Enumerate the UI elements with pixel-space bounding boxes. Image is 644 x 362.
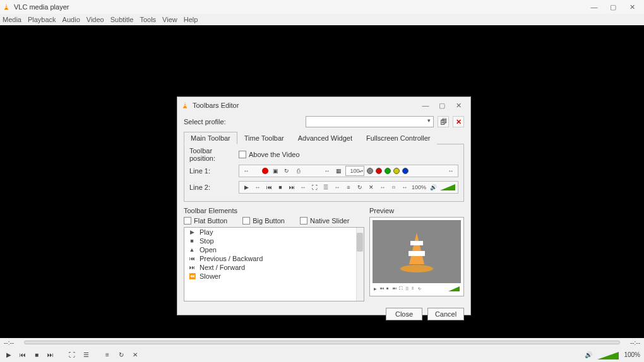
select-profile-label: Select profile: (184, 118, 226, 126)
menu-view[interactable]: View (162, 16, 177, 23)
tab-fullscreen-controller[interactable]: Fullscreen Controller (359, 132, 437, 144)
native-slider-checkbox[interactable] (300, 217, 307, 225)
color-red-icon[interactable] (376, 168, 382, 174)
shuffle-button[interactable]: ✕ (130, 349, 140, 359)
delete-profile-button[interactable]: ✕ (453, 116, 464, 127)
elements-list[interactable]: ▶Play ■Stop ▲Open ⏮Previous / Backward ⏭… (184, 227, 364, 301)
frame-step-icon[interactable]: ⎙ (294, 166, 302, 175)
window-title: VLC media player (14, 3, 69, 11)
loop-button[interactable]: ↻ (116, 349, 126, 359)
playlist-icon[interactable]: ≡ (344, 183, 353, 192)
close-button[interactable]: Close (386, 308, 422, 320)
flat-button-checkbox[interactable] (184, 217, 191, 225)
volume-slider[interactable] (392, 186, 395, 189)
vlc-cone-icon (398, 230, 436, 274)
new-profile-button[interactable]: 🗐 (438, 116, 449, 127)
close-window-button[interactable]: ✕ (623, 3, 641, 11)
spacer-icon[interactable]: ↔ (253, 183, 262, 192)
stop-icon[interactable]: ■ (276, 183, 285, 192)
color-gray-icon[interactable] (367, 168, 373, 174)
speed-spinner[interactable]: 100 (345, 166, 364, 176)
time-total: --:-- (623, 339, 640, 346)
speaker-icon[interactable]: 🔊 (583, 349, 593, 359)
next-icon[interactable]: ⏭ (287, 183, 296, 192)
menu-playback[interactable]: Playback (28, 16, 56, 23)
next-button[interactable]: ⏭ (45, 349, 56, 359)
dialog-minimize-button[interactable]: — (417, 102, 434, 109)
big-button-checkbox[interactable] (242, 217, 250, 225)
menu-video[interactable]: Video (86, 16, 104, 23)
menubar: Media Playback Audio Video Subtitle Tool… (0, 14, 644, 25)
spacer-icon[interactable]: ↔ (333, 183, 342, 192)
extended-settings-button[interactable]: ☰ (81, 349, 91, 359)
snapshot-icon[interactable]: ▣ (271, 166, 280, 175)
svg-rect-2 (5, 7, 8, 8)
spacer-icon[interactable]: ↔ (323, 166, 331, 175)
atob-loop-icon[interactable]: ↻ (282, 166, 291, 175)
window-titlebar: VLC media player — ▢ ✕ (0, 0, 644, 14)
line2-label: Line 2: (189, 184, 235, 191)
playlist-icon: ≡ (412, 286, 417, 291)
play-icon: ▶ (374, 286, 379, 291)
playlist-button[interactable]: ≡ (102, 349, 112, 359)
preview-controls: ▶ ⏮ ■ ⏭ ⛶ ☰ ≡ ↻ (373, 283, 461, 293)
spacer-icon[interactable]: ↔ (446, 166, 455, 175)
minimize-button[interactable]: — (585, 3, 604, 11)
previous-icon[interactable]: ⏮ (265, 183, 273, 192)
list-scrollbar[interactable] (356, 228, 364, 301)
stop-button[interactable]: ■ (32, 349, 42, 359)
grid-icon[interactable]: ▦ (334, 166, 343, 175)
color-green-icon[interactable] (385, 168, 391, 174)
svg-marker-10 (448, 286, 460, 291)
fullscreen-button[interactable]: ⛶ (67, 349, 77, 359)
preview-box: ▶ ⏮ ■ ⏭ ⛶ ☰ ≡ ↻ (369, 217, 464, 296)
menu-audio[interactable]: Audio (63, 16, 80, 23)
svg-rect-4 (184, 104, 186, 105)
color-yellow-icon[interactable] (393, 168, 400, 174)
toolbar-tabs: Main Toolbar Time Toolbar Advanced Widge… (184, 131, 464, 144)
loop-icon[interactable]: ↻ (355, 183, 364, 192)
list-item: ■Stop (184, 236, 364, 245)
menu-tools[interactable]: Tools (140, 16, 156, 23)
tab-main-toolbar[interactable]: Main Toolbar (184, 132, 237, 144)
color-blue-icon[interactable] (402, 168, 408, 174)
seek-slider[interactable] (24, 341, 620, 344)
volume-triangle-icon (440, 184, 455, 190)
cancel-button[interactable]: Cancel (427, 308, 464, 320)
spacer-icon[interactable]: ↔ (378, 183, 387, 192)
volume-triangle[interactable] (597, 351, 619, 358)
equalizer-icon[interactable]: ☰ (321, 183, 330, 192)
profile-combobox[interactable] (306, 116, 434, 127)
dialog-close-button[interactable]: ✕ (450, 102, 467, 110)
spacer-icon[interactable]: ↔ (400, 183, 409, 192)
seekbar-row: --:-- --:-- (0, 338, 644, 347)
dialog-maximize-button[interactable]: ▢ (434, 102, 450, 110)
menu-media[interactable]: Media (3, 16, 21, 23)
play-button[interactable]: ▶ (4, 349, 14, 359)
spacer-icon[interactable]: ↔ (242, 166, 251, 175)
menu-help[interactable]: Help (184, 16, 198, 23)
tab-time-toolbar[interactable]: Time Toolbar (237, 132, 291, 144)
next-icon: ⏭ (188, 264, 196, 271)
line1-label: Line 1: (189, 167, 235, 175)
maximize-button[interactable]: ▢ (604, 3, 623, 11)
record-icon[interactable] (262, 168, 268, 174)
svg-rect-0 (4, 9, 8, 10)
speaker-icon[interactable]: 🔊 (429, 183, 438, 192)
fullscreen-icon[interactable]: ⛶ (310, 183, 319, 192)
slower-icon: ⏪ (188, 273, 196, 279)
list-item: ⏪Slower (184, 272, 364, 281)
list-item: ▲Open (184, 245, 364, 254)
tab-advanced-widget[interactable]: Advanced Widget (291, 132, 359, 144)
open-icon: ▲ (188, 247, 196, 253)
menu-subtitle[interactable]: Subtitle (110, 16, 134, 23)
line2-editor[interactable]: ▶ ↔ ⏮ ■ ⏭ ↔ ⛶ ☰ ↔ ≡ ↻ ✕ ↔ ↔ (239, 181, 458, 194)
above-video-checkbox[interactable] (239, 151, 246, 158)
line1-editor[interactable]: ↔ ▣ ↻ ⎙ ↔ ▦ 100 (239, 165, 458, 177)
preview-video (373, 220, 461, 283)
time-elapsed: --:-- (4, 339, 21, 346)
previous-button[interactable]: ⏮ (18, 349, 28, 359)
play-icon[interactable]: ▶ (242, 183, 251, 192)
spacer-icon[interactable]: ↔ (299, 183, 307, 192)
shuffle-icon[interactable]: ✕ (367, 183, 376, 192)
